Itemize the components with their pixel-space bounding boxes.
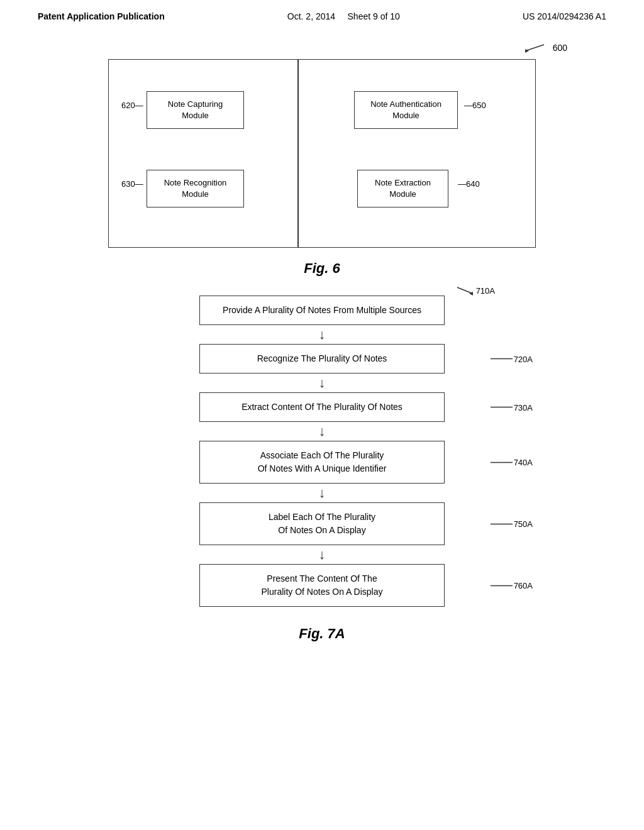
flow-text-720a: Recognize The Plurality Of Notes (257, 353, 387, 363)
note-authentication-text: Note AuthenticationModule (370, 99, 441, 121)
ref-730a-text: 730A (514, 402, 533, 412)
ref-720a: 720A (491, 354, 533, 363)
note-capturing-module: Note CapturingModule (147, 91, 244, 129)
note-authentication-module: Note AuthenticationModule (354, 91, 458, 129)
header-date: Oct. 2, 2014 (287, 11, 335, 21)
fig6-caption: Fig. 6 (50, 260, 594, 277)
ref-750a: 750A (491, 519, 533, 529)
ref-750a-text: 750A (514, 519, 533, 529)
ref-630-label: 630— (121, 179, 143, 189)
ref-620-label: 620— (121, 101, 143, 110)
flow-text-760a: Present The Content Of ThePlurality Of N… (262, 573, 383, 597)
fig6-divider (297, 60, 299, 247)
flow-box-730a: Extract Content Of The Plurality Of Note… (199, 392, 445, 422)
header-publication-label: Patent Application Publication (38, 11, 165, 21)
flow-box-720a: Recognize The Plurality Of Notes (199, 344, 445, 374)
header-patent-number: US 2014/0294236 A1 (523, 11, 606, 21)
flow-box-760a: Present The Content Of ThePlurality Of N… (199, 564, 445, 607)
ref-730a: 730A (491, 402, 533, 412)
flow-text-740a: Associate Each Of The PluralityOf Notes … (258, 450, 387, 473)
flow-box-740a: Associate Each Of The PluralityOf Notes … (199, 441, 445, 484)
flow-text-750a: Label Each Of The PluralityOf Notes On A… (269, 512, 375, 535)
fig6-diagram: 600 620— Note CapturingModule 630— Note … (108, 59, 536, 248)
note-extraction-module: Note ExtractionModule (357, 170, 448, 208)
flow-step-720a: Recognize The Plurality Of Notes 720A (158, 344, 486, 374)
flow-text-730a: Extract Content Of The Plurality Of Note… (242, 402, 402, 412)
arrow-4: ↓ (158, 486, 486, 500)
arrow-1: ↓ (158, 328, 486, 341)
arrow-5: ↓ (158, 548, 486, 562)
arrow-3: ↓ (158, 424, 486, 438)
ref-760a: 760A (491, 581, 533, 590)
ref-720a-text: 720A (514, 354, 533, 363)
ref-600-label: 600 (525, 42, 567, 54)
note-recognition-module: Note RecognitionModule (147, 170, 244, 208)
note-capturing-text: Note CapturingModule (168, 99, 223, 121)
main-content: 600 620— Note CapturingModule 630— Note … (0, 28, 644, 680)
arrow-2: ↓ (158, 376, 486, 390)
flow-step-760a: Present The Content Of ThePlurality Of N… (158, 564, 486, 607)
ref-600-text: 600 (553, 43, 567, 53)
header-sheet: Sheet 9 of 10 (348, 11, 400, 21)
flow-box-710a: Provide A Plurality Of Notes From Multip… (199, 296, 445, 325)
flow-box-750a: Label Each Of The PluralityOf Notes On A… (199, 502, 445, 545)
ref-710a-text: 710A (476, 286, 495, 296)
svg-line-0 (525, 45, 544, 51)
note-extraction-text: Note ExtractionModule (375, 177, 431, 200)
fig7a-caption: Fig. 7A (158, 626, 486, 642)
ref-650-label: —650 (464, 101, 486, 110)
fig7a-diagram: Provide A Plurality Of Notes From Multip… (158, 296, 486, 642)
ref-740a-text: 740A (514, 458, 533, 467)
flow-step-750a: Label Each Of The PluralityOf Notes On A… (158, 502, 486, 545)
flow-text-710a: Provide A Plurality Of Notes From Multip… (223, 305, 421, 315)
flow-step-730a: Extract Content Of The Plurality Of Note… (158, 392, 486, 422)
header-date-sheet: Oct. 2, 2014 Sheet 9 of 10 (287, 11, 400, 21)
ref-760a-text: 760A (514, 581, 533, 590)
flow-step-710a: Provide A Plurality Of Notes From Multip… (158, 296, 486, 325)
ref-640-label: —640 (458, 179, 480, 189)
ref-740a: 740A (491, 458, 533, 467)
ref-710a: 710A (454, 284, 495, 297)
fig6-outer-box: 620— Note CapturingModule 630— Note Reco… (108, 59, 536, 248)
page-header: Patent Application Publication Oct. 2, 2… (0, 0, 644, 28)
flow-step-740a: Associate Each Of The PluralityOf Notes … (158, 441, 486, 484)
note-recognition-text: Note RecognitionModule (164, 177, 227, 200)
svg-line-2 (457, 287, 473, 294)
